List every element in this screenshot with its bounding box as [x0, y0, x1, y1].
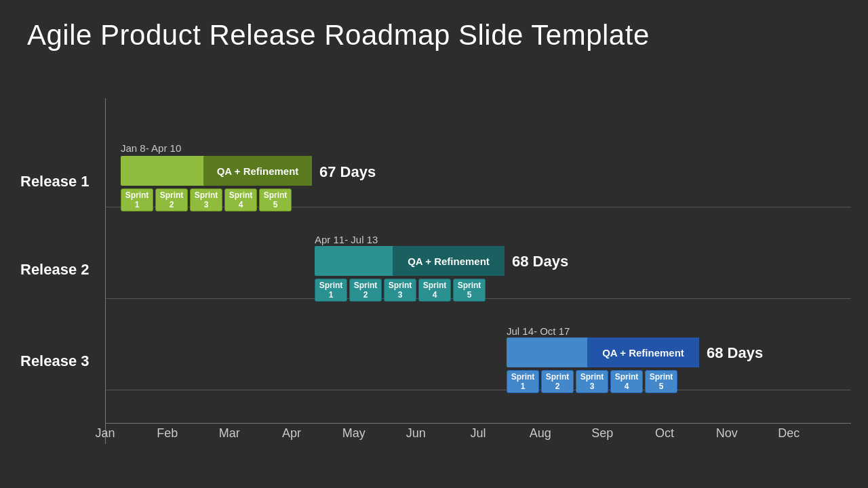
chart-area: Release 1 Release 2 Release 3 Jan 8- Apr…: [0, 98, 868, 444]
release2-qa-bar: QA + Refinement: [393, 246, 505, 276]
month-aug: Aug: [530, 426, 551, 441]
release1-days: 67 Days: [319, 163, 376, 181]
release2-date: Apr 11- Jul 13: [315, 234, 378, 245]
month-jul: Jul: [470, 426, 486, 441]
month-jun: Jun: [406, 426, 426, 441]
release3-date: Jul 14- Oct 17: [507, 325, 570, 337]
release2-sprint1: Sprint1: [315, 279, 347, 302]
release2-sprint3: Sprint3: [384, 279, 416, 302]
release1-sprints: Sprint1 Sprint2 Sprint3 Sprint4 Sprint5: [121, 188, 292, 211]
release3-sprint2: Sprint2: [541, 370, 574, 393]
release1-sprint2: Sprint2: [155, 188, 188, 211]
release2-sprint5: Sprint5: [453, 279, 486, 302]
axis-line-v: [105, 98, 106, 444]
release2-sprints: Sprint1 Sprint2 Sprint3 Sprint4 Sprint5: [315, 279, 486, 302]
month-dec: Dec: [778, 426, 800, 441]
release3-days: 68 Days: [707, 344, 763, 362]
release3-sprint3: Sprint3: [576, 370, 608, 393]
month-oct: Oct: [655, 426, 674, 441]
release3-qa-label: QA + Refinement: [602, 347, 684, 359]
release1-sprint3: Sprint3: [190, 188, 222, 211]
release3-sprint1: Sprint1: [507, 370, 539, 393]
month-may: May: [342, 426, 366, 441]
release3-bar: QA + Refinement: [507, 338, 699, 367]
month-mar: Mar: [219, 426, 240, 441]
slide-title: Agile Product Release Roadmap Slide Temp…: [0, 0, 868, 58]
release3-qa-bar: QA + Refinement: [587, 338, 699, 367]
release1-sprint1: Sprint1: [121, 188, 153, 211]
release3-sprint5: Sprint5: [645, 370, 677, 393]
release2-sprint4: Sprint4: [418, 279, 451, 302]
release2-days: 68 Days: [512, 253, 568, 270]
release1-qa-label: QA + Refinement: [217, 165, 299, 177]
release2-label: Release 2: [20, 261, 90, 279]
chart-plot: Jan 8- Apr 10 QA + Refinement 67 Days Sp…: [105, 98, 851, 444]
release3-label: Release 3: [20, 352, 90, 370]
release2-qa-label: QA + Refinement: [408, 256, 490, 267]
release1-date: Jan 8- Apr 10: [121, 142, 181, 154]
release1-qa-bar: QA + Refinement: [203, 156, 312, 186]
release3-sprint4: Sprint4: [610, 370, 643, 393]
release1-sprint5: Sprint5: [259, 188, 292, 211]
month-sep: Sep: [591, 426, 613, 441]
release2-bar: QA + Refinement: [315, 246, 505, 276]
month-apr: Apr: [282, 426, 301, 441]
release1-bar: QA + Refinement: [121, 156, 312, 186]
release1-sprint4: Sprint4: [224, 188, 257, 211]
month-labels: Jan Feb Mar Apr May Jun Jul Aug Sep Oct …: [105, 420, 851, 444]
slide: Agile Product Release Roadmap Slide Temp…: [0, 0, 868, 488]
grid-line-3: [105, 390, 851, 390]
release1-label: Release 1: [20, 173, 90, 190]
y-labels: Release 1 Release 2 Release 3: [0, 98, 105, 424]
release3-sprints: Sprint1 Sprint2 Sprint3 Sprint4 Sprint5: [507, 370, 677, 393]
month-feb: Feb: [157, 426, 178, 441]
month-nov: Nov: [716, 426, 738, 441]
release2-sprint2: Sprint2: [349, 279, 382, 302]
month-jan: Jan: [95, 426, 115, 441]
